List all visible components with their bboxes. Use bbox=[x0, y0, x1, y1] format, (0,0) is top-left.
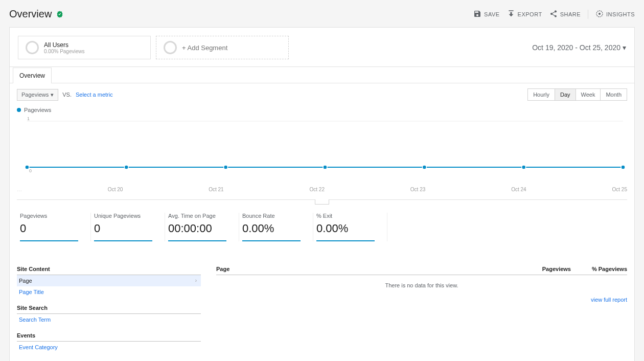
metric-label: Avg. Time on Page bbox=[168, 213, 226, 219]
th-pct-pageviews: % Pageviews bbox=[571, 266, 627, 272]
dim-header: Events bbox=[17, 330, 201, 342]
page-header: Overview SAVE EXPORT SHARE INSIGHTS bbox=[9, 8, 635, 20]
svg-point-6 bbox=[25, 165, 29, 169]
metric-card[interactable]: Pageviews 0 bbox=[17, 213, 91, 241]
svg-point-10 bbox=[422, 165, 426, 169]
save-icon bbox=[473, 10, 481, 19]
metric-value: 0.00% bbox=[242, 222, 301, 235]
metric-card[interactable]: Bounce Rate 0.00% bbox=[239, 213, 313, 241]
vs-label: VS. bbox=[62, 92, 72, 98]
dim-row-label: Search Term bbox=[19, 317, 51, 323]
dim-row-event-category[interactable]: Event Category bbox=[17, 342, 201, 353]
export-label: EXPORT bbox=[518, 11, 542, 17]
verified-badge-icon bbox=[56, 10, 64, 18]
metric-sparkline bbox=[168, 240, 226, 241]
tab-overview[interactable]: Overview bbox=[13, 67, 52, 83]
segment-name: All Users bbox=[44, 41, 85, 49]
dim-site-content: Site Content Page › Page Title bbox=[17, 264, 201, 298]
dim-row-label: Page Title bbox=[19, 289, 44, 295]
save-button[interactable]: SAVE bbox=[473, 10, 500, 19]
metric-selector: Pageviews ▾ VS. Select a metric bbox=[17, 89, 113, 101]
gran-hourly[interactable]: Hourly bbox=[527, 88, 555, 101]
dim-row-label: Event Category bbox=[19, 344, 58, 350]
share-button[interactable]: SHARE bbox=[549, 10, 581, 19]
segments: All Users 0.00% Pageviews + Add Segment bbox=[18, 36, 289, 59]
share-label: SHARE bbox=[560, 11, 581, 17]
metric-label: Pageviews bbox=[20, 213, 78, 219]
metric-label: % Exit bbox=[316, 213, 375, 219]
segment-text: All Users 0.00% Pageviews bbox=[44, 41, 85, 54]
add-segment-button[interactable]: + Add Segment bbox=[156, 36, 289, 59]
metric-card[interactable]: Avg. Time on Page 00:00:00 bbox=[165, 213, 239, 241]
insights-button[interactable]: INSIGHTS bbox=[588, 10, 635, 19]
dim-row-search-term[interactable]: Search Term bbox=[17, 314, 201, 325]
segment-sub: 0.00% Pageviews bbox=[44, 49, 85, 54]
gran-month[interactable]: Month bbox=[600, 88, 627, 101]
right-table: Page Pageviews % Pageviews There is no d… bbox=[216, 264, 627, 358]
segment-all-users[interactable]: All Users 0.00% Pageviews bbox=[18, 36, 151, 59]
primary-metric-dropdown[interactable]: Pageviews ▾ bbox=[17, 89, 58, 101]
tab-overview-label: Overview bbox=[19, 72, 45, 79]
dimension-nav: Site Content Page › Page Title Site Sear… bbox=[17, 264, 201, 358]
legend-label: Pageviews bbox=[24, 107, 51, 113]
select-metric-link[interactable]: Select a metric bbox=[76, 92, 113, 98]
main-panel: All Users 0.00% Pageviews + Add Segment … bbox=[9, 27, 635, 361]
chart-pulltab[interactable] bbox=[315, 199, 329, 205]
chart-area[interactable]: 10 bbox=[17, 116, 627, 177]
svg-point-11 bbox=[522, 165, 526, 169]
export-button[interactable]: EXPORT bbox=[507, 10, 542, 19]
metric-value: 0 bbox=[20, 222, 78, 235]
metrics-row: Pageviews 0 Unique Pageviews 0 Avg. Time… bbox=[10, 205, 634, 255]
view-full-report-link[interactable]: view full report bbox=[591, 297, 627, 303]
svg-point-7 bbox=[124, 165, 128, 169]
no-data-message: There is no data for this view. bbox=[216, 275, 627, 296]
share-icon bbox=[549, 10, 558, 19]
chart-container: Pageviews 10 bbox=[10, 103, 634, 185]
insights-label: INSIGHTS bbox=[606, 11, 635, 17]
dim-header: Site Search bbox=[17, 303, 201, 314]
dim-row-page-title[interactable]: Page Title bbox=[17, 286, 201, 298]
metric-sparkline bbox=[242, 240, 301, 241]
metric-card[interactable]: Unique Pageviews 0 bbox=[91, 213, 165, 241]
metric-controls: Pageviews ▾ VS. Select a metric Hourly D… bbox=[10, 83, 634, 103]
svg-point-12 bbox=[621, 165, 625, 169]
add-segment-label: + Add Segment bbox=[182, 44, 227, 52]
segment-circle-icon bbox=[164, 41, 177, 54]
metric-sparkline bbox=[20, 240, 78, 241]
th-page: Page bbox=[216, 266, 525, 272]
th-pageviews: Pageviews bbox=[525, 266, 571, 272]
dim-row-page[interactable]: Page › bbox=[17, 275, 201, 286]
svg-text:1: 1 bbox=[27, 116, 30, 121]
metric-value: 0 bbox=[94, 222, 152, 235]
dim-row-label: Page bbox=[19, 278, 32, 284]
page-root: Overview SAVE EXPORT SHARE INSIGHTS bbox=[0, 0, 644, 361]
metric-card[interactable]: % Exit 0.00% bbox=[313, 213, 387, 241]
date-range-label: Oct 19, 2020 - Oct 25, 2020 bbox=[532, 43, 620, 52]
metric-value: 0.00% bbox=[316, 222, 375, 235]
metric-sparkline bbox=[316, 240, 375, 241]
gran-day[interactable]: Day bbox=[555, 88, 576, 101]
svg-point-8 bbox=[224, 165, 228, 169]
date-range-picker[interactable]: Oct 19, 2020 - Oct 25, 2020 ▾ bbox=[532, 43, 626, 52]
svg-text:0: 0 bbox=[29, 168, 32, 173]
metric-label: Unique Pageviews bbox=[94, 213, 152, 219]
segments-row: All Users 0.00% Pageviews + Add Segment … bbox=[10, 28, 634, 67]
gran-week[interactable]: Week bbox=[576, 88, 601, 101]
metric-value: 00:00:00 bbox=[168, 222, 226, 235]
right-table-head: Page Pageviews % Pageviews bbox=[216, 264, 627, 275]
chevron-down-icon: ▾ bbox=[51, 92, 54, 98]
granularity-toggle: Hourly Day Week Month bbox=[528, 88, 627, 101]
lower-panel: Site Content Page › Page Title Site Sear… bbox=[10, 255, 634, 361]
dim-site-search: Site Search Search Term bbox=[17, 303, 201, 325]
chevron-right-icon: › bbox=[195, 278, 197, 284]
metric-sparkline bbox=[94, 240, 152, 241]
insights-icon bbox=[595, 10, 604, 19]
page-title-wrap: Overview bbox=[9, 8, 64, 20]
page-title: Overview bbox=[9, 8, 52, 20]
save-label: SAVE bbox=[484, 11, 500, 17]
export-icon bbox=[507, 10, 515, 19]
chart-x-labels: …Oct 20Oct 21Oct 22Oct 23Oct 24Oct 25 bbox=[17, 185, 627, 200]
legend-dot-icon bbox=[17, 108, 21, 112]
chart-legend: Pageviews bbox=[17, 107, 627, 113]
primary-metric-label: Pageviews bbox=[21, 92, 49, 98]
